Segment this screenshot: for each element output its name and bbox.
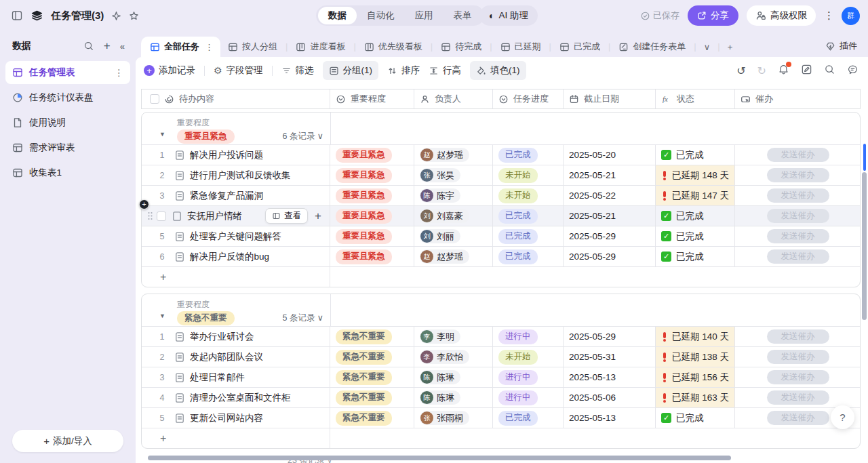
send-reminder-button[interactable]: 发送催办	[767, 229, 829, 243]
due-date-cell[interactable]: 2025-05-29	[564, 247, 656, 266]
item-more-icon[interactable]: ⋮	[115, 67, 124, 78]
group-record-count[interactable]: 6 条记录 ∨	[142, 131, 323, 142]
share-button[interactable]: 分享	[688, 5, 738, 26]
assignee-cell[interactable]: 赵赵梦瑶	[414, 247, 493, 266]
priority-cell[interactable]: 重要且紧急	[330, 186, 414, 205]
assignee-cell[interactable]: 陈陈琳	[414, 367, 493, 387]
due-date-cell[interactable]: 2025-05-13	[564, 367, 656, 387]
assignee-chip[interactable]: 张张昊	[420, 168, 460, 182]
sidebar-item[interactable]: 收集表1	[5, 161, 130, 184]
progress-cell[interactable]: 未开始	[493, 347, 564, 367]
priority-cell[interactable]: 紧急不重要	[330, 388, 414, 407]
sidebar-search-icon[interactable]	[83, 41, 94, 52]
select-all-checkbox[interactable]	[150, 94, 159, 104]
sort-button[interactable]: 排序	[387, 64, 420, 77]
priority-cell[interactable]: 重要且紧急	[330, 206, 414, 226]
table-row[interactable]: 2发起内部团队会议紧急不重要李李欣怡未开始2025-05-31已延期 138 天…	[142, 347, 860, 367]
due-date-cell[interactable]: 2025-05-13	[564, 408, 656, 428]
group-chat-avatar[interactable]: 群	[842, 7, 860, 25]
due-date-cell[interactable]: 2025-05-31	[564, 347, 656, 367]
fill-color-button[interactable]: 填色(1)	[470, 61, 526, 80]
add-record-button[interactable]: + 添加记录	[144, 64, 195, 77]
send-reminder-button[interactable]: 发送催办	[767, 370, 829, 384]
sidebar-collapse-icon[interactable]: «	[120, 41, 125, 52]
priority-cell[interactable]: 紧急不重要	[330, 347, 414, 367]
view-tab[interactable]: 已延期	[493, 37, 549, 57]
assignee-chip[interactable]: 赵赵梦瑶	[420, 148, 469, 162]
add-record-plus[interactable]: +	[142, 267, 330, 287]
title-cell[interactable]: 2发起内部团队会议	[142, 347, 330, 367]
priority-cell[interactable]: 紧急不重要	[330, 408, 414, 428]
assignee-cell[interactable]: 李李明	[414, 327, 493, 346]
plugin-button[interactable]: 插件	[825, 40, 857, 52]
view-record-button[interactable]: 查看	[265, 208, 308, 224]
progress-cell[interactable]: 已完成	[493, 206, 564, 226]
assignee-chip[interactable]: 张张雨桐	[420, 411, 469, 425]
title-cell[interactable]: 安抚用户情绪查看+	[142, 206, 330, 226]
row-checkbox[interactable]	[157, 212, 166, 221]
star-icon[interactable]	[129, 11, 139, 21]
assignee-chip[interactable]: 陈陈宇	[420, 188, 460, 203]
add-import-button[interactable]: + 添加/导入	[12, 430, 123, 452]
search-icon[interactable]	[824, 64, 835, 77]
sidebar-item[interactable]: 使用说明	[5, 111, 130, 134]
due-date-cell[interactable]: 2025-05-22	[564, 186, 656, 205]
insert-row-button[interactable]: +	[139, 199, 149, 209]
column-header[interactable]: 待办内容	[142, 89, 330, 108]
redo-icon[interactable]: ↻	[757, 64, 766, 77]
view-tab-more-icon[interactable]: ⋮	[205, 42, 214, 52]
advanced-permission-button[interactable]: 高级权限	[747, 5, 816, 26]
progress-cell[interactable]: 已完成	[493, 247, 564, 266]
row-height-button[interactable]: 行高	[429, 64, 461, 77]
progress-cell[interactable]: 未开始	[493, 186, 564, 205]
add-record-row[interactable]: +	[142, 267, 860, 287]
view-tab[interactable]: 进度看板	[288, 37, 353, 57]
add-record-row[interactable]: +	[142, 428, 860, 448]
table-row[interactable]: 2进行用户测试和反馈收集重要且紧急张张昊未开始2025-05-21已延期 148…	[142, 165, 860, 186]
group-button[interactable]: 分组(1)	[323, 61, 379, 80]
sidebar-item[interactable]: 需求评审表	[5, 136, 130, 159]
title-cell[interactable]: 5更新公司网站内容	[142, 408, 330, 428]
due-date-cell[interactable]: 2025-05-20	[564, 145, 656, 165]
progress-cell[interactable]: 未开始	[493, 165, 564, 185]
assignee-chip[interactable]: 李李欣怡	[420, 350, 469, 364]
tab-forms[interactable]: 表单	[443, 7, 482, 24]
comment-icon[interactable]	[847, 64, 859, 77]
table-row[interactable]: 5处理客户关键问题解答重要且紧急刘刘丽已完成2025-05-29✓已完成发送催办	[142, 226, 860, 247]
send-reminder-button[interactable]: 发送催办	[767, 249, 829, 264]
column-header[interactable]: 负责人	[414, 89, 493, 108]
title-cell[interactable]: 2进行用户测试和反馈收集	[142, 165, 330, 185]
due-date-cell[interactable]: 2025-05-29	[564, 327, 656, 346]
add-subitem-icon[interactable]: +	[315, 209, 321, 223]
table-row[interactable]: 6解决用户反馈的bug重要且紧急赵赵梦瑶已完成2025-05-29✓已完成发送催…	[142, 247, 860, 267]
send-reminder-button[interactable]: 发送催办	[767, 350, 829, 364]
field-manage-button[interactable]: ⚙ 字段管理	[214, 64, 263, 77]
column-header[interactable]: 截止日期	[564, 89, 656, 108]
sidebar-item[interactable]: 任务管理表⋮	[5, 61, 130, 84]
undo-icon[interactable]: ↺	[736, 64, 745, 77]
title-cell[interactable]: 1解决用户投诉问题	[142, 145, 330, 165]
column-header[interactable]: fx状态	[656, 89, 735, 108]
view-tab[interactable]: 待完成	[433, 37, 489, 57]
record-edit-icon[interactable]	[801, 64, 812, 77]
drag-handle-icon[interactable]	[147, 211, 153, 221]
assignee-cell[interactable]: 刘刘嘉豪	[414, 206, 493, 226]
send-reminder-button[interactable]: 发送催办	[767, 148, 829, 162]
assignee-cell[interactable]: 赵赵梦瑶	[414, 145, 493, 165]
assignee-chip[interactable]: 陈陈琳	[420, 370, 460, 384]
column-header[interactable]: 任务进度	[493, 89, 564, 108]
send-reminder-button[interactable]: 发送催办	[767, 188, 829, 203]
send-reminder-button[interactable]: 发送催办	[767, 390, 829, 405]
priority-cell[interactable]: 紧急不重要	[330, 327, 414, 346]
title-cell[interactable]: 3紧急修复产品漏洞	[142, 186, 330, 205]
assignee-cell[interactable]: 张张昊	[414, 165, 493, 185]
assignee-chip[interactable]: 赵赵梦瑶	[420, 249, 469, 264]
ai-assistant-button[interactable]: ◐ AI 助理	[479, 5, 538, 26]
progress-cell[interactable]: 已完成	[493, 226, 564, 246]
assignee-chip[interactable]: 刘刘嘉豪	[420, 209, 469, 223]
help-button[interactable]: ?	[831, 405, 854, 429]
view-tab[interactable]: 优先级看板	[357, 37, 430, 57]
add-record-plus[interactable]: +	[142, 428, 330, 448]
sidebar-item[interactable]: 任务统计仪表盘	[5, 86, 130, 109]
notification-bell-icon[interactable]	[778, 64, 789, 77]
